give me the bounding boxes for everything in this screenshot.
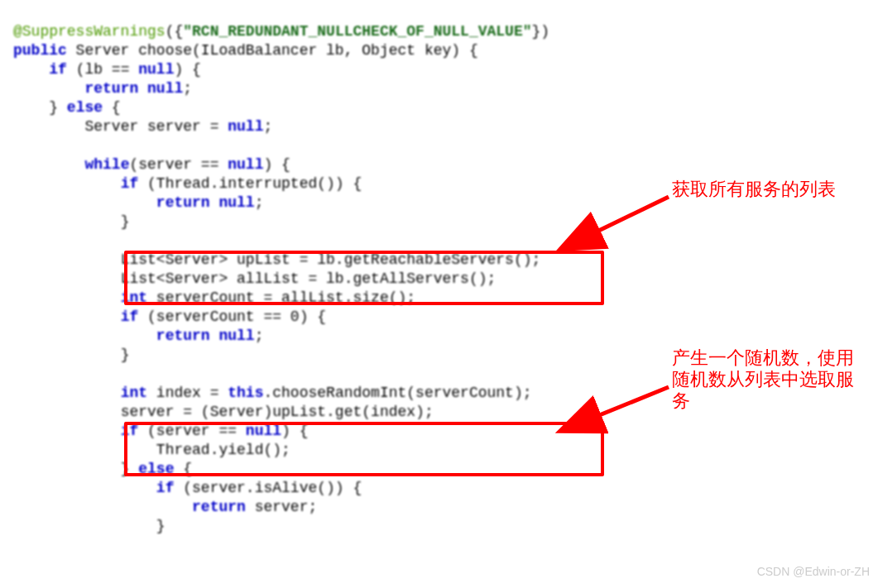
string-literal: "RCN_REDUNDANT_NULLCHECK_OF_NULL_VALUE" (183, 23, 531, 40)
highlight-box-1 (124, 251, 604, 305)
svg-line-1 (563, 197, 669, 248)
watermark: CSDN @Edwin-or-ZH (757, 562, 870, 581)
kw-if: if (49, 61, 67, 78)
kw-return: return (84, 80, 138, 97)
kw-this: this (228, 385, 263, 401)
highlight-box-2 (124, 422, 604, 476)
kw-while: while (84, 156, 129, 173)
annotation: @SuppressWarnings (13, 23, 166, 40)
annotation-1: 获取所有服务的列表 (672, 179, 836, 200)
kw-public: public (13, 42, 67, 59)
annotation-2: 产生一个随机数，使用 随机数从列表中选取服 务 (672, 347, 854, 412)
box2-line2: server = (Server)upList.get(index); (121, 404, 434, 420)
